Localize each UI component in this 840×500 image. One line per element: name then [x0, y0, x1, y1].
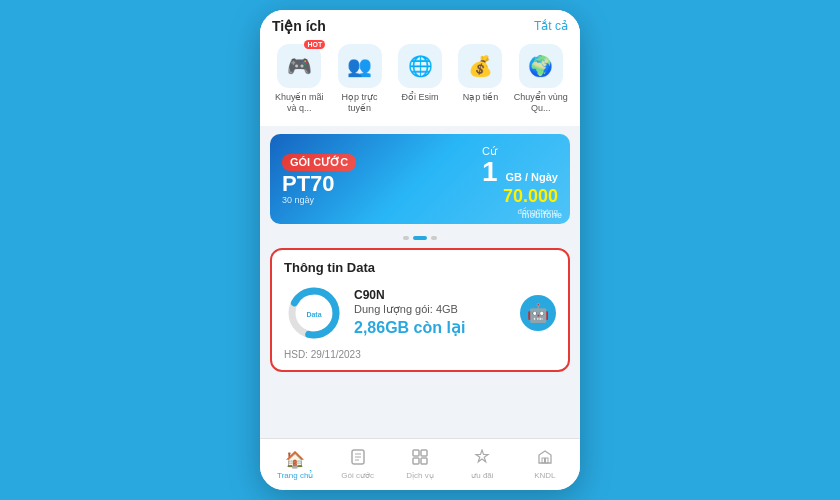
data-remaining: 2,86GB còn lại	[354, 318, 510, 337]
banner-package-badge: GÓI CƯỚC	[282, 154, 356, 171]
banner-1gb: 1 GB / Ngày	[482, 158, 558, 186]
donut-chart: Data	[284, 283, 344, 343]
banner-left: GÓI CƯỚC PT70 30 ngày	[282, 152, 482, 205]
icon-box-doi-esim: 🌐	[398, 44, 442, 88]
data-info-row: Data C90N Dung lượng gói: 4GB 2,86GB còn…	[284, 283, 556, 343]
nav-label-uu-dai: ưu đãi	[471, 471, 493, 480]
svg-rect-9	[413, 458, 419, 464]
icon-label-khuyen-mai: Khuyến mãi và q...	[272, 92, 326, 114]
icon-label-chuyen-vung: Chuyển vùng Qu...	[514, 92, 568, 114]
svg-rect-12	[545, 458, 548, 463]
data-details: C90N Dung lượng gói: 4GB 2,86GB còn lại	[354, 288, 510, 337]
dich-vu-icon	[412, 449, 428, 469]
icon-item-doi-esim[interactable]: 🌐 Đổi Esim	[393, 44, 447, 114]
icon-item-nap-tien[interactable]: 💰 Nạp tiền	[453, 44, 507, 114]
icon-label-nap-tien: Nạp tiền	[463, 92, 499, 103]
data-robot-icon: 🤖	[520, 295, 556, 331]
data-package-name: C90N	[354, 288, 510, 302]
nav-label-kndl: KNDL	[534, 471, 555, 480]
goi-cuoc-icon	[350, 449, 366, 469]
icon-item-hop-truc-tuyen[interactable]: 👥 Họp trực tuyến	[332, 44, 386, 114]
nav-label-dich-vu: Dịch vụ	[406, 471, 433, 480]
icon-box-chuyen-vung: 🌍	[519, 44, 563, 88]
icon-item-chuyen-vung[interactable]: 🌍 Chuyển vùng Qu...	[514, 44, 568, 114]
banner-logo: mobifone	[522, 210, 563, 220]
banner-right: Cứ 1 GB / Ngày 70.000 đồng/tháng	[482, 141, 558, 216]
icon-box-khuyen-mai: 🎮 HOT	[277, 44, 321, 88]
nav-item-dich-vu[interactable]: Dịch vụ	[389, 439, 451, 490]
bottom-nav: 🏠 Trang chủ Gói cước	[260, 438, 580, 490]
data-hsd: HSD: 29/11/2023	[284, 349, 556, 360]
nav-label-trang-chu: Trang chủ	[277, 471, 313, 480]
banner-price: 70.000	[482, 186, 558, 207]
banner-pt70: PT70	[282, 173, 482, 195]
svg-rect-10	[421, 458, 427, 464]
icon-box-hop-truc-tuyen: 👥	[338, 44, 382, 88]
home-icon: 🏠	[285, 450, 305, 469]
svg-text:Data: Data	[306, 311, 321, 318]
phone-container: Tiện ích Tắt cả 🎮 HOT Khuyến mãi và q...…	[260, 10, 580, 490]
tat-ca-link[interactable]: Tắt cả	[534, 19, 568, 33]
kndl-icon	[537, 449, 553, 469]
dots-row	[260, 236, 580, 240]
tien-ich-section: Tiện ích Tắt cả 🎮 HOT Khuyến mãi và q...…	[260, 10, 580, 126]
svg-rect-7	[413, 450, 419, 456]
icon-item-khuyen-mai[interactable]: 🎮 HOT Khuyến mãi và q...	[272, 44, 326, 114]
banner-section[interactable]: GÓI CƯỚC PT70 30 ngày Cứ 1 GB / Ngày 70.…	[270, 134, 570, 224]
tien-ich-icons: 🎮 HOT Khuyến mãi và q... 👥 Họp trực tuyế…	[272, 44, 568, 114]
svg-rect-11	[542, 458, 545, 463]
content-area: Tiện ích Tắt cả 🎮 HOT Khuyến mãi và q...…	[260, 10, 580, 438]
nav-label-goi-cuoc: Gói cước	[341, 471, 374, 480]
tien-ich-header: Tiện ích Tắt cả	[272, 18, 568, 34]
nav-item-uu-dai[interactable]: ưu đãi	[451, 439, 513, 490]
icon-label-hop-truc-tuyen: Họp trực tuyến	[332, 92, 386, 114]
dot-2[interactable]	[431, 236, 437, 240]
data-section: Thông tin Data Data C90N Dung lượng gói:…	[270, 248, 570, 372]
nav-item-trang-chu[interactable]: 🏠 Trang chủ	[264, 439, 326, 490]
dot-0[interactable]	[403, 236, 409, 240]
banner-content: GÓI CƯỚC PT70 30 ngày Cứ 1 GB / Ngày 70.…	[282, 141, 558, 216]
tien-ich-title: Tiện ích	[272, 18, 326, 34]
banner-days: 30 ngày	[282, 195, 482, 205]
icon-label-doi-esim: Đổi Esim	[402, 92, 439, 103]
data-section-title: Thông tin Data	[284, 260, 556, 275]
icon-box-nap-tien: 💰	[458, 44, 502, 88]
dot-1[interactable]	[413, 236, 427, 240]
svg-rect-8	[421, 450, 427, 456]
uu-dai-icon	[474, 449, 490, 469]
data-capacity: Dung lượng gói: 4GB	[354, 303, 510, 316]
nav-item-goi-cuoc[interactable]: Gói cước	[326, 439, 388, 490]
nav-item-kndl[interactable]: KNDL	[514, 439, 576, 490]
icon-badge-khuyen-mai: HOT	[304, 40, 325, 49]
